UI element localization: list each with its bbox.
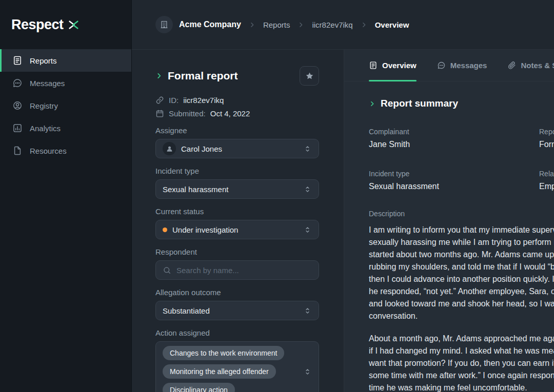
complainant-value: Jane Smith [369, 140, 539, 149]
summary-heading-row: Report summary [369, 98, 554, 109]
relationship-label: Relationship [539, 170, 554, 178]
report-type-field: Report type Formal report [539, 128, 554, 149]
breadcrumb-reports[interactable]: Reports [263, 20, 290, 29]
calendar-icon [155, 109, 164, 118]
tab-label: Overview [382, 61, 417, 70]
respondent-search-input[interactable] [176, 266, 312, 275]
summary-incident-type-field: Incident type Sexual harassment [369, 170, 539, 191]
main-area: Acme Company Reports iicr82ev7ikq Overvi… [132, 0, 554, 392]
sidebar-item-registry[interactable]: Registry [0, 94, 131, 117]
report-type-value: Formal report [539, 140, 554, 149]
action-assigned-multiselect[interactable]: Changes to the work environment Monitori… [155, 341, 319, 392]
sidebar-item-analytics[interactable]: Analytics [0, 117, 131, 139]
sidebar-item-reports[interactable]: Reports [0, 49, 131, 72]
report-summary-panel: Overview Messages Notes & Statements Rep [344, 50, 554, 392]
breadcrumb-current: Overview [375, 20, 409, 29]
summary-incident-type-value: Sexual harassment [369, 182, 539, 191]
company-avatar [155, 16, 173, 33]
incident-type-select[interactable]: Sexual harassment [155, 179, 319, 199]
report-detail-panel: Formal report ID: iicr82ev7ikq Submitted… [132, 50, 344, 392]
report-submitted-row: Submitted: Oct 4, 2022 [155, 109, 319, 118]
unfold-icon [303, 306, 312, 315]
report-title: Formal report [168, 70, 294, 82]
tab-overview[interactable]: Overview [369, 50, 417, 81]
respondent-label: Respondent [155, 247, 319, 256]
summary-title: Report summary [381, 98, 458, 109]
sidebar-nav: Reports Messages Registry Analytics [0, 49, 131, 162]
respondent-field: Respondent [155, 247, 319, 280]
breadcrumb-company[interactable]: Acme Company [155, 16, 241, 33]
breadcrumb: Acme Company Reports iicr82ev7ikq Overvi… [155, 16, 409, 33]
unfold-icon [303, 367, 312, 376]
breadcrumb-separator-icon [361, 22, 367, 28]
assignee-select[interactable]: Carol Jones [155, 139, 319, 158]
tab-label: Messages [450, 61, 487, 70]
overview-tab-icon [369, 61, 378, 70]
description-paragraph: About a month ago, Mr. Adams approached … [369, 333, 554, 392]
unfold-icon [303, 145, 312, 153]
allegation-outcome-value: Substantiated [163, 306, 210, 315]
star-icon [305, 71, 314, 81]
submitted-label: Submitted: [169, 109, 206, 118]
description-paragraph: I am writing to inform you that my immed… [369, 224, 554, 322]
breadcrumb-separator-icon [298, 22, 304, 28]
collapse-chevron-icon[interactable] [155, 72, 163, 79]
sidebar-item-resources[interactable]: Resources [0, 139, 131, 162]
allegation-outcome-label: Allegation outcome [155, 288, 319, 297]
current-status-select[interactable]: Under investigation [155, 220, 319, 239]
relationship-value: Employee [539, 182, 554, 191]
status-dot [163, 228, 167, 232]
complainant-field: Complainant Jane Smith [369, 128, 539, 149]
tab-label: Notes & Statements [521, 61, 554, 70]
report-id-row: ID: iicr82ev7ikq [155, 96, 319, 105]
sidebar-item-label: Analytics [30, 124, 61, 133]
incident-type-value: Sexual harassment [163, 185, 228, 194]
building-icon [160, 20, 169, 29]
action-chip[interactable]: Changes to the work environment [163, 346, 284, 360]
messages-icon [12, 78, 23, 88]
sidebar: Respect Reports Messages [0, 0, 132, 392]
report-id-label: ID: [169, 96, 179, 105]
app-logo: Respect [0, 0, 131, 49]
action-chip[interactable]: Monitoring the alleged offender [163, 364, 276, 379]
summary-fields: Complainant Jane Smith Report type Forma… [369, 128, 554, 191]
tab-notes-statements[interactable]: Notes & Statements [507, 50, 554, 81]
current-status-label: Current status [155, 207, 319, 216]
unfold-icon [303, 185, 312, 194]
assignee-label: Assignee [155, 126, 319, 135]
sidebar-item-label: Resources [30, 147, 67, 155]
allegation-outcome-select[interactable]: Substantiated [155, 301, 319, 320]
breadcrumb-company-name: Acme Company [179, 20, 241, 29]
sidebar-item-label: Messages [30, 79, 65, 88]
paperclip-icon [507, 61, 516, 70]
report-type-label: Report type [539, 128, 554, 136]
assignee-value: Carol Jones [181, 145, 222, 153]
link-icon [155, 96, 164, 105]
sidebar-item-messages[interactable]: Messages [0, 72, 131, 94]
reports-icon [12, 55, 23, 66]
search-icon [163, 266, 171, 275]
analytics-icon [12, 123, 23, 133]
allegation-outcome-field: Allegation outcome Substantiated [155, 288, 319, 320]
action-chip[interactable]: Disciplinary action [163, 383, 235, 392]
sidebar-item-label: Reports [30, 56, 57, 65]
description-label: Description [369, 210, 554, 218]
submitted-value: Oct 4, 2022 [210, 109, 250, 118]
collapse-chevron-icon[interactable] [369, 100, 375, 107]
logo-text: Respect [11, 17, 64, 33]
respondent-search[interactable] [155, 260, 319, 280]
report-meta: ID: iicr82ev7ikq Submitted: Oct 4, 2022 [155, 96, 319, 118]
messages-tab-icon [437, 61, 446, 70]
favorite-button[interactable] [300, 66, 319, 86]
summary-body: Report summary Complainant Jane Smith Re… [344, 81, 554, 392]
resources-icon [12, 146, 23, 156]
sidebar-item-label: Registry [30, 101, 58, 110]
app-window: Respect Reports Messages [0, 0, 554, 392]
logo-x-icon [67, 18, 80, 31]
action-assigned-field: Action assigned Changes to the work envi… [155, 328, 319, 392]
tab-bar: Overview Messages Notes & Statements [344, 50, 554, 81]
content-area: Formal report ID: iicr82ev7ikq Submitted… [132, 50, 554, 392]
breadcrumb-report-id[interactable]: iicr82ev7ikq [312, 20, 352, 29]
incident-type-field: Incident type Sexual harassment [155, 167, 319, 199]
tab-messages[interactable]: Messages [437, 50, 487, 81]
